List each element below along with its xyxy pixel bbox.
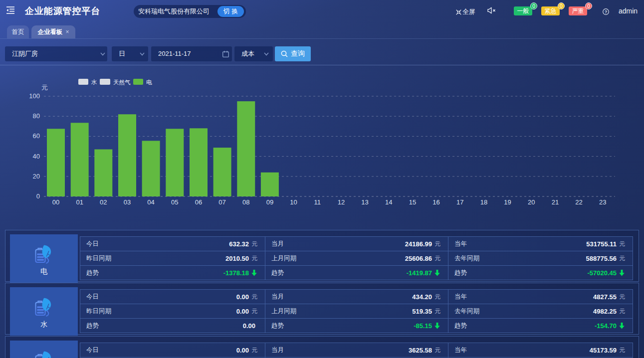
svg-text:40: 40 bbox=[33, 153, 40, 160]
svg-text:21: 21 bbox=[552, 198, 559, 206]
svg-text:13: 13 bbox=[361, 198, 368, 206]
svg-text:05: 05 bbox=[171, 198, 178, 206]
svg-text:16: 16 bbox=[432, 198, 439, 206]
svg-text:20: 20 bbox=[528, 198, 535, 206]
svg-text:12: 12 bbox=[338, 198, 345, 206]
svg-text:80: 80 bbox=[33, 112, 40, 120]
svg-text:元: 元 bbox=[41, 84, 48, 91]
svg-text:01: 01 bbox=[76, 198, 83, 206]
svg-text:03: 03 bbox=[124, 198, 131, 206]
svg-text:100: 100 bbox=[29, 92, 40, 100]
svg-text:0: 0 bbox=[36, 192, 40, 200]
svg-text:20: 20 bbox=[33, 173, 40, 180]
svg-text:09: 09 bbox=[266, 198, 273, 206]
svg-text:电: 电 bbox=[146, 79, 152, 85]
svg-text:?: ? bbox=[605, 9, 607, 14]
svg-text:水: 水 bbox=[91, 79, 97, 85]
svg-text:11: 11 bbox=[314, 198, 321, 206]
svg-text:19: 19 bbox=[504, 198, 511, 206]
svg-text:10: 10 bbox=[290, 198, 297, 206]
svg-text:17: 17 bbox=[456, 198, 463, 206]
svg-text:天然气: 天然气 bbox=[113, 79, 131, 86]
svg-text:07: 07 bbox=[218, 198, 225, 206]
svg-text:08: 08 bbox=[242, 198, 249, 206]
svg-text:02: 02 bbox=[100, 198, 107, 206]
svg-text:23: 23 bbox=[599, 198, 606, 206]
svg-text:15: 15 bbox=[409, 198, 416, 206]
svg-text:06: 06 bbox=[195, 198, 202, 206]
svg-text:60: 60 bbox=[33, 132, 40, 140]
svg-text:22: 22 bbox=[575, 198, 582, 206]
svg-text:00: 00 bbox=[52, 198, 59, 206]
svg-text:04: 04 bbox=[147, 198, 154, 206]
svg-text:14: 14 bbox=[385, 198, 392, 206]
svg-text:18: 18 bbox=[480, 198, 487, 206]
